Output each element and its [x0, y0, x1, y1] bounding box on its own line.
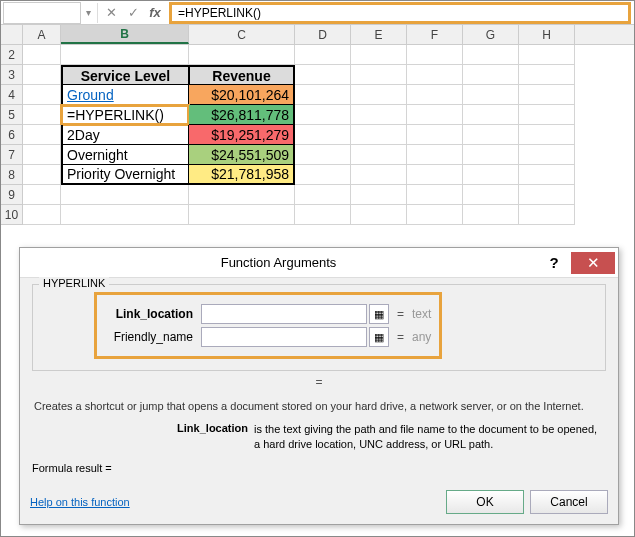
cell-revenue[interactable]: $20,101,264: [189, 85, 295, 105]
cell[interactable]: [519, 205, 575, 225]
cell[interactable]: [295, 65, 351, 85]
cell[interactable]: [407, 145, 463, 165]
cell[interactable]: [189, 185, 295, 205]
row-header[interactable]: 4: [1, 85, 23, 105]
cell[interactable]: [23, 205, 61, 225]
cell[interactable]: [463, 85, 519, 105]
dialog-titlebar[interactable]: Function Arguments ? ✕: [20, 248, 618, 278]
cell[interactable]: [519, 185, 575, 205]
cancel-button[interactable]: Cancel: [530, 490, 608, 514]
cell[interactable]: [295, 185, 351, 205]
cell[interactable]: [519, 145, 575, 165]
row-header[interactable]: 10: [1, 205, 23, 225]
cell[interactable]: [463, 205, 519, 225]
cell-overnight[interactable]: Overnight: [61, 145, 189, 165]
cell-priority-overnight[interactable]: Priority Overnight: [61, 165, 189, 185]
col-header-E[interactable]: E: [351, 25, 407, 44]
row-header[interactable]: 5: [1, 105, 23, 125]
col-header-F[interactable]: F: [407, 25, 463, 44]
cell[interactable]: [463, 145, 519, 165]
cell[interactable]: [23, 105, 61, 125]
cell-2day[interactable]: 2Day: [61, 125, 189, 145]
cell[interactable]: [351, 165, 407, 185]
cell[interactable]: [295, 165, 351, 185]
cell[interactable]: [407, 165, 463, 185]
cell[interactable]: [407, 45, 463, 65]
cell-ground[interactable]: Ground: [61, 85, 189, 105]
cell[interactable]: [295, 145, 351, 165]
name-box-dropdown[interactable]: ▾: [81, 2, 95, 24]
col-header-A[interactable]: A: [23, 25, 61, 44]
cell[interactable]: [407, 105, 463, 125]
cell-revenue[interactable]: $24,551,509: [189, 145, 295, 165]
cell[interactable]: [463, 125, 519, 145]
cell[interactable]: [463, 105, 519, 125]
cell[interactable]: [23, 45, 61, 65]
friendly-name-input[interactable]: [201, 327, 367, 347]
cell[interactable]: [407, 205, 463, 225]
row-header[interactable]: 7: [1, 145, 23, 165]
range-selector-button[interactable]: ▦: [369, 304, 389, 324]
range-selector-button[interactable]: ▦: [369, 327, 389, 347]
cell[interactable]: [23, 145, 61, 165]
cell[interactable]: [295, 105, 351, 125]
cell-revenue[interactable]: $21,781,958: [189, 165, 295, 185]
col-header-D[interactable]: D: [295, 25, 351, 44]
col-header-B[interactable]: B: [61, 25, 189, 44]
cell[interactable]: [351, 125, 407, 145]
cell[interactable]: [189, 45, 295, 65]
cancel-formula-button[interactable]: ✕: [100, 2, 122, 24]
name-box[interactable]: [3, 2, 81, 24]
cell[interactable]: [351, 85, 407, 105]
cell[interactable]: [407, 65, 463, 85]
col-header-G[interactable]: G: [463, 25, 519, 44]
cell[interactable]: [463, 65, 519, 85]
insert-function-button[interactable]: fx: [144, 2, 166, 24]
cell[interactable]: [407, 125, 463, 145]
cell-revenue[interactable]: $26,811,778: [189, 105, 295, 125]
cell[interactable]: [351, 45, 407, 65]
dialog-help-button[interactable]: ?: [537, 252, 571, 274]
link-location-input[interactable]: [201, 304, 367, 324]
cell[interactable]: [61, 45, 189, 65]
cell[interactable]: [519, 165, 575, 185]
cell[interactable]: [295, 85, 351, 105]
cell[interactable]: [295, 45, 351, 65]
cell[interactable]: [23, 185, 61, 205]
col-header-C[interactable]: C: [189, 25, 295, 44]
cell[interactable]: [463, 185, 519, 205]
ok-button[interactable]: OK: [446, 490, 524, 514]
cell[interactable]: [295, 125, 351, 145]
row-header[interactable]: 6: [1, 125, 23, 145]
active-cell[interactable]: =HYPERLINK(): [61, 105, 189, 125]
cell[interactable]: [351, 205, 407, 225]
cell[interactable]: [23, 165, 61, 185]
cell[interactable]: [519, 125, 575, 145]
cell[interactable]: [407, 185, 463, 205]
select-all-corner[interactable]: [1, 25, 23, 44]
cell[interactable]: [61, 185, 189, 205]
cell[interactable]: [351, 145, 407, 165]
table-header-revenue[interactable]: Revenue: [189, 65, 295, 85]
cell[interactable]: [189, 205, 295, 225]
row-header[interactable]: 3: [1, 65, 23, 85]
cell[interactable]: [351, 105, 407, 125]
col-header-H[interactable]: H: [519, 25, 575, 44]
row-header[interactable]: 9: [1, 185, 23, 205]
cell[interactable]: [351, 185, 407, 205]
cell[interactable]: [23, 65, 61, 85]
cell[interactable]: [407, 85, 463, 105]
cell[interactable]: [519, 65, 575, 85]
cell[interactable]: [23, 125, 61, 145]
dialog-close-button[interactable]: ✕: [571, 252, 615, 274]
cell[interactable]: [519, 85, 575, 105]
table-header-service-level[interactable]: Service Level: [61, 65, 189, 85]
cell[interactable]: [463, 165, 519, 185]
cell-revenue[interactable]: $19,251,279: [189, 125, 295, 145]
formula-input[interactable]: =HYPERLINK(): [169, 2, 631, 24]
cell[interactable]: [351, 65, 407, 85]
cell[interactable]: [519, 105, 575, 125]
row-header[interactable]: 2: [1, 45, 23, 65]
row-header[interactable]: 8: [1, 165, 23, 185]
cell[interactable]: [61, 205, 189, 225]
